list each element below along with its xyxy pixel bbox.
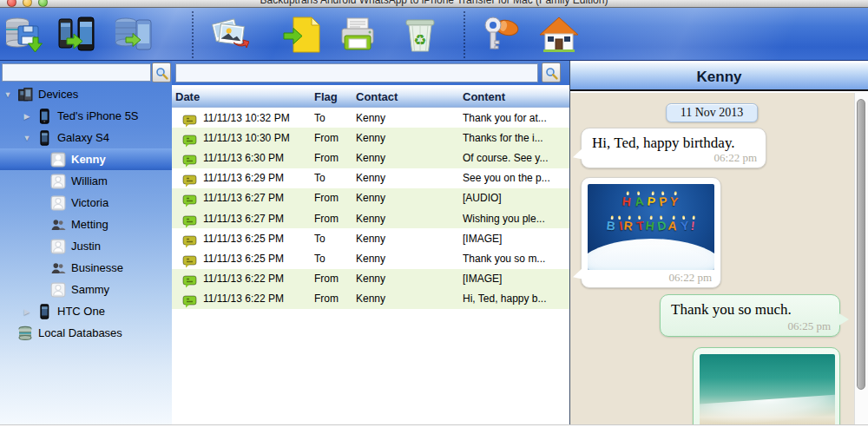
- table-row[interactable]: 11/11/13 6:27 PM From Kenny Wishing you …: [172, 208, 569, 228]
- tree-item-kenny[interactable]: Kenny: [0, 148, 172, 170]
- export-file-icon[interactable]: [281, 13, 323, 56]
- tree-item-victoria[interactable]: Victoria: [0, 192, 172, 214]
- table-row[interactable]: 11/11/13 6:30 PM From Kenny Of course. S…: [172, 148, 569, 168]
- chevron-right-icon[interactable]: ▶: [21, 307, 33, 316]
- chat-scrollbar-thumb[interactable]: [857, 99, 865, 390]
- tree-item-justin[interactable]: Justin: [0, 235, 172, 257]
- device-tree: ▼ Devices ▶ Ted's iPhone 5S: [0, 83, 172, 424]
- message-bubble-icon: [182, 235, 197, 249]
- sidebar-search-input[interactable]: [2, 63, 151, 82]
- print-icon[interactable]: [337, 13, 378, 56]
- column-header-flag[interactable]: Flag: [314, 90, 356, 103]
- tree-item-william[interactable]: William: [0, 170, 172, 192]
- chat-scrollbar-track: [854, 93, 868, 424]
- cake: [588, 239, 714, 270]
- birthday-cake-photo[interactable]: HAPPY BIRTHDAY!: [588, 184, 714, 270]
- message-bubble-icon: [182, 194, 197, 208]
- chevron-right-icon[interactable]: ▶: [21, 112, 33, 121]
- message-time: 06:22 pm: [669, 271, 712, 285]
- message-bubble-icon: [182, 155, 197, 168]
- cake-text-birthday: BIRTHDAY!: [588, 215, 714, 232]
- chat-body: 11 Nov 2013 Hi, Ted, happy birthday. 06:…: [570, 93, 868, 424]
- tree-item-galaxy-s4[interactable]: ▼ Galaxy S4: [0, 127, 172, 148]
- tree-item-devices[interactable]: ▼ Devices: [0, 83, 172, 105]
- message-bubble-icon: [182, 275, 197, 289]
- bubble-tail: [573, 266, 584, 279]
- database-icon: [17, 326, 33, 341]
- tree-item-label: Justin: [71, 240, 101, 253]
- table-row[interactable]: 11/11/13 6:27 PM From Kenny [AUDIO]: [172, 188, 569, 208]
- toolbar-separator: [464, 11, 465, 58]
- tree-item-teds-iphone-5s[interactable]: ▶ Ted's iPhone 5S: [0, 105, 172, 127]
- contact-icon: [50, 174, 66, 189]
- export-photos-icon[interactable]: [208, 13, 250, 56]
- android-phone-icon: [36, 304, 52, 319]
- column-header-contact[interactable]: Contact: [356, 90, 463, 103]
- tree-item-metting[interactable]: Metting: [0, 214, 172, 235]
- window-title: Backuptrans Android WhatsApp to iPhone T…: [0, 0, 868, 6]
- svg-text:♻: ♻: [413, 32, 426, 49]
- chat-bubble-outgoing: Thank you so much. 06:25 pm: [660, 294, 840, 337]
- tree-item-label: Galaxy S4: [57, 131, 109, 144]
- contact-icon: [50, 152, 66, 168]
- tree-item-label: Victoria: [71, 196, 108, 209]
- table-row[interactable]: 11/11/13 10:30 PM From Kenny Thanks for …: [172, 128, 569, 148]
- bubble-tail: [573, 147, 584, 160]
- chat-bubble-incoming: Hi, Ted, happy birthday. 06:22 pm: [581, 128, 766, 168]
- cake-text-happy: HAPPY: [588, 191, 714, 207]
- app-window: Backuptrans Android WhatsApp to iPhone T…: [0, 0, 868, 434]
- contact-icon: [50, 195, 66, 211]
- tree-item-label: William: [71, 174, 108, 187]
- table-row[interactable]: 11/11/13 6:22 PM From Kenny [IMAGE]: [172, 269, 569, 289]
- tree-item-businesse[interactable]: Businesse: [0, 257, 172, 279]
- iphone-icon: [36, 108, 52, 124]
- messages-table-pane: Date Flag Contact Content 11/11/13 10:32…: [172, 61, 569, 424]
- table-row[interactable]: 11/11/13 10:32 PM To Kenny Thank you for…: [172, 108, 569, 128]
- table-search-button[interactable]: [542, 62, 561, 82]
- column-header-content[interactable]: Content: [463, 90, 569, 103]
- tree-item-label: Devices: [38, 88, 78, 101]
- table-rows: 11/11/13 10:32 PM To Kenny Thank you for…: [172, 108, 569, 309]
- phone-to-phone-transfer-icon[interactable]: [56, 13, 97, 56]
- database-to-phone-transfer-icon[interactable]: [113, 13, 155, 56]
- message-time: 06:22 pm: [714, 151, 757, 165]
- chat-preview-pane: Kenny 11 Nov 2013 Hi, Ted, happy birthda…: [569, 61, 868, 424]
- home-icon[interactable]: [538, 13, 580, 56]
- table-search-input[interactable]: [175, 63, 538, 82]
- sidebar-search-button[interactable]: [152, 62, 171, 82]
- tree-item-sammy[interactable]: Sammy: [0, 279, 172, 300]
- message-bubble-icon: [182, 174, 197, 188]
- tree-item-label: Local Databases: [38, 326, 122, 339]
- license-key-icon[interactable]: [481, 13, 523, 56]
- sidebar-search-row: [0, 61, 172, 84]
- bottom-strip: [0, 424, 868, 434]
- chat-contact-title: Kenny: [570, 62, 868, 91]
- chat-bubble-outgoing-image: THANK YOU: [693, 347, 840, 424]
- tree-item-local-databases[interactable]: Local Databases: [0, 322, 172, 344]
- chevron-down-icon[interactable]: ▼: [21, 134, 33, 142]
- table-row[interactable]: 11/11/13 6:25 PM To Kenny [IMAGE]: [172, 228, 569, 248]
- tree-item-label: Ted's iPhone 5S: [57, 109, 139, 122]
- backup-database-icon[interactable]: [3, 13, 45, 56]
- table-header: Date Flag Contact Content: [172, 87, 569, 108]
- contact-icon: [50, 282, 66, 298]
- tree-item-htc-one[interactable]: ▶ HTC One: [0, 300, 172, 322]
- message-bubble-icon: [182, 115, 197, 128]
- chevron-down-icon[interactable]: ▼: [2, 90, 14, 99]
- main-area: ▼ Devices ▶ Ted's iPhone 5S: [0, 61, 868, 424]
- table-row[interactable]: 11/11/13 6:25 PM To Kenny Thank you so m…: [172, 248, 569, 268]
- tree-item-label: Kenny: [71, 153, 106, 166]
- beach-sand-photo[interactable]: THANK YOU: [700, 354, 835, 424]
- message-bubble-icon: [182, 295, 197, 309]
- group-icon: [50, 217, 66, 233]
- search-icon: [155, 67, 168, 80]
- bubble-tail: [838, 312, 849, 326]
- table-row[interactable]: 11/11/13 6:22 PM From Kenny Hi, Ted, hap…: [172, 289, 569, 309]
- table-row[interactable]: 11/11/13 6:29 PM To Kenny See you on the…: [172, 168, 569, 188]
- chat-date-badge: 11 Nov 2013: [666, 103, 759, 122]
- column-header-date[interactable]: Date: [172, 90, 314, 103]
- message-bubble-icon: [182, 215, 197, 229]
- recycle-bin-icon[interactable]: ♻: [399, 13, 441, 56]
- message-bubble-icon: [182, 255, 197, 269]
- table-search-row: [172, 61, 569, 85]
